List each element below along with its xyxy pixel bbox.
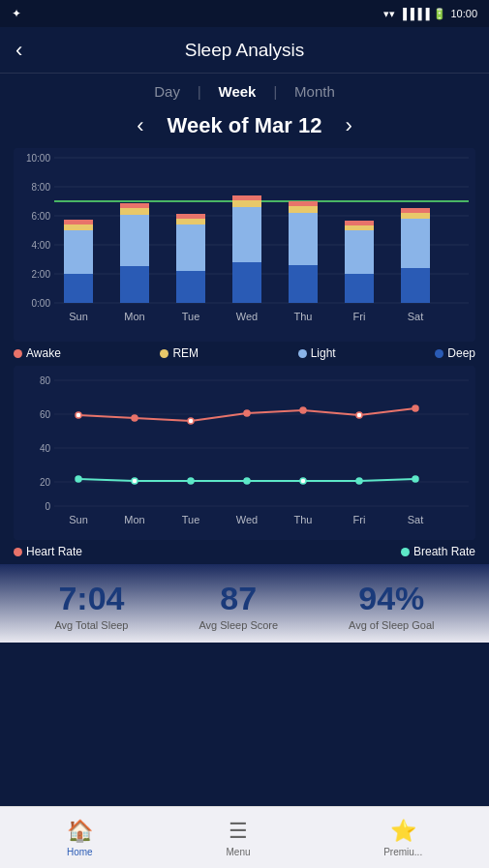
stat-sleep-goal-value: 94%	[349, 580, 434, 617]
svg-rect-19	[120, 215, 149, 266]
svg-point-64	[300, 407, 306, 413]
svg-rect-33	[289, 201, 318, 206]
tab-navigation: Day | Week | Month	[0, 74, 489, 107]
stat-sleep-goal-label: Avg of Sleep Goal	[349, 619, 434, 631]
nav-menu[interactable]: ☰ Menu	[206, 813, 269, 863]
svg-rect-25	[176, 214, 205, 219]
svg-rect-39	[401, 219, 430, 268]
svg-text:8:00: 8:00	[32, 182, 51, 193]
svg-point-61	[132, 415, 138, 421]
svg-rect-28	[232, 200, 261, 207]
time: 10:00	[450, 8, 477, 19]
legend-rem: REM	[160, 346, 199, 360]
light-label: Light	[311, 346, 336, 360]
svg-text:2:00: 2:00	[32, 269, 51, 280]
svg-text:Tue: Tue	[182, 311, 200, 322]
svg-point-67	[76, 476, 81, 482]
svg-text:Sun: Sun	[69, 311, 88, 322]
legend-light: Light	[298, 346, 336, 360]
svg-text:Wed: Wed	[236, 311, 258, 322]
line-chart-section: 80 60 40 20 0 Sun	[0, 362, 489, 540]
svg-rect-17	[64, 220, 93, 224]
svg-rect-16	[64, 224, 93, 230]
awake-label: Awake	[26, 346, 61, 360]
rem-dot	[160, 349, 168, 358]
svg-text:Fri: Fri	[353, 311, 366, 322]
svg-rect-38	[401, 268, 430, 303]
stat-sleep-score-label: Avg Sleep Score	[199, 619, 278, 631]
svg-point-71	[300, 478, 306, 484]
rem-label: REM	[172, 346, 199, 360]
tab-week[interactable]: Week	[201, 83, 274, 100]
stat-sleep-score-value: 87	[199, 580, 278, 617]
next-week-button[interactable]: ›	[345, 113, 351, 138]
svg-text:Sat: Sat	[408, 514, 424, 525]
line-chart: 80 60 40 20 0 Sun	[14, 366, 475, 540]
nav-home-label: Home	[67, 847, 93, 857]
week-navigation: ‹ Week of Mar 12 ›	[0, 107, 489, 142]
bar-chart-svg: 10:00 8:00 6:00 4:00 2:00 0:00	[14, 148, 475, 342]
bluetooth-icon: ✦	[12, 7, 21, 20]
svg-text:60: 60	[40, 409, 51, 420]
prev-week-button[interactable]: ‹	[137, 113, 143, 138]
app-header: ‹ Sleep Analysis	[0, 27, 489, 74]
nav-home[interactable]: 🏠 Home	[47, 813, 112, 863]
breath-rate-dot	[401, 548, 410, 556]
svg-point-73	[413, 476, 418, 482]
svg-text:6:00: 6:00	[32, 211, 51, 222]
tab-month[interactable]: Month	[277, 83, 352, 100]
svg-point-72	[356, 478, 362, 484]
stat-total-sleep-label: Avg Total Sleep	[54, 619, 128, 631]
deep-label: Deep	[447, 346, 475, 360]
svg-rect-24	[176, 219, 205, 224]
svg-point-62	[188, 418, 194, 424]
signal-icon: ▐▐▐▐	[399, 8, 429, 19]
nav-premium-label: Premiu...	[383, 847, 422, 857]
svg-rect-32	[289, 206, 318, 213]
week-title: Week of Mar 12	[168, 113, 322, 138]
svg-text:Tue: Tue	[182, 514, 200, 525]
stat-total-sleep-value: 7:04	[54, 580, 128, 617]
breath-rate-label: Breath Rate	[413, 545, 475, 558]
tab-day[interactable]: Day	[137, 83, 198, 100]
svg-text:20: 20	[40, 477, 51, 488]
heart-rate-dot	[14, 548, 22, 556]
svg-point-65	[356, 412, 362, 418]
svg-rect-36	[345, 225, 374, 230]
nav-menu-label: Menu	[226, 847, 250, 857]
svg-text:0: 0	[45, 501, 50, 512]
svg-text:Thu: Thu	[294, 311, 313, 322]
svg-text:4:00: 4:00	[32, 240, 51, 251]
back-button[interactable]: ‹	[15, 38, 22, 63]
svg-rect-23	[176, 224, 205, 271]
legend-deep: Deep	[435, 346, 475, 360]
home-icon: 🏠	[67, 819, 93, 844]
svg-point-66	[413, 405, 418, 411]
svg-rect-21	[120, 203, 149, 208]
page-title: Sleep Analysis	[185, 40, 305, 61]
bar-chart-section: 10:00 8:00 6:00 4:00 2:00 0:00	[0, 142, 489, 342]
svg-point-70	[244, 478, 250, 484]
svg-rect-15	[64, 230, 93, 274]
svg-rect-30	[289, 265, 318, 303]
status-bar: ✦ ▾▾ ▐▐▐▐ 🔋 10:00	[0, 0, 489, 27]
light-dot	[298, 349, 307, 358]
svg-rect-22	[176, 271, 205, 303]
svg-text:Mon: Mon	[124, 514, 144, 525]
line-chart-svg: 80 60 40 20 0 Sun	[14, 366, 475, 540]
menu-icon: ☰	[229, 819, 248, 844]
svg-rect-18	[120, 266, 149, 303]
svg-point-60	[76, 412, 81, 418]
legend-heart-rate: Heart Rate	[14, 545, 82, 558]
heart-rate-label: Heart Rate	[26, 545, 82, 558]
svg-rect-26	[232, 262, 261, 303]
svg-rect-40	[401, 213, 430, 219]
nav-premium[interactable]: ⭐ Premiu...	[364, 813, 442, 863]
svg-text:Wed: Wed	[236, 514, 258, 525]
premium-icon: ⭐	[390, 819, 416, 844]
svg-point-69	[188, 478, 194, 484]
legend-breath-rate: Breath Rate	[401, 545, 475, 558]
svg-text:80: 80	[40, 375, 51, 386]
svg-text:Sun: Sun	[69, 514, 88, 525]
deep-dot	[435, 349, 443, 358]
